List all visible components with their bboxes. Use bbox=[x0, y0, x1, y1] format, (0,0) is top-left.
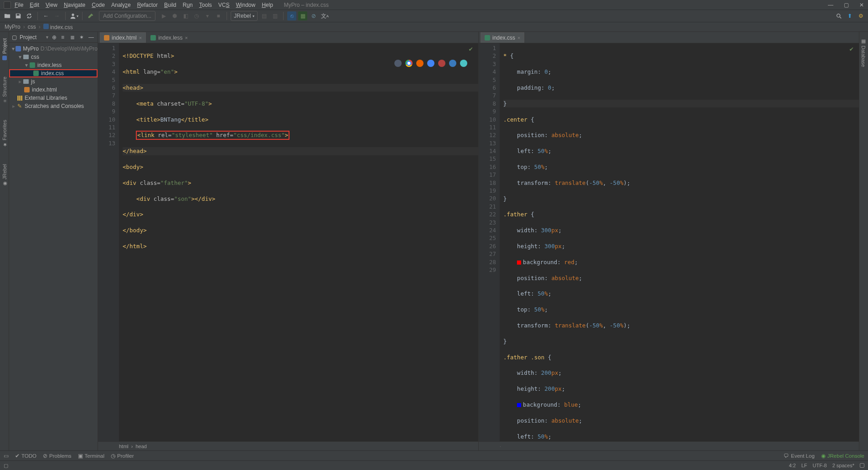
menu-view[interactable]: View bbox=[46, 2, 57, 8]
menu-vcs[interactable]: VCS bbox=[218, 2, 230, 8]
project-tree[interactable]: ▾ MyPro D:\Develop\Web\MyPro ▾ css ▾ ind… bbox=[9, 43, 98, 112]
tab-index-less[interactable]: index.less × bbox=[146, 32, 192, 43]
profile-icon[interactable]: ◷ bbox=[192, 11, 201, 20]
analysis-ok-icon[interactable]: ✔ bbox=[469, 45, 473, 53]
search-icon[interactable] bbox=[834, 11, 843, 20]
coverage-icon[interactable]: ◧ bbox=[181, 11, 190, 20]
tree-root[interactable]: ▾ MyPro D:\Develop\Web\MyPro bbox=[9, 45, 98, 53]
toolbox-icon[interactable]: ▦ bbox=[298, 11, 307, 20]
back-icon[interactable]: ← bbox=[41, 11, 51, 20]
tree-folder-css[interactable]: ▾ css bbox=[9, 53, 98, 61]
status-square-icon[interactable]: ▢ bbox=[4, 463, 8, 469]
hammer-icon[interactable] bbox=[86, 11, 95, 20]
caret-position[interactable]: 4:2 bbox=[789, 463, 796, 468]
translate-icon[interactable]: 文A bbox=[320, 11, 329, 20]
tree-external-libraries[interactable]: External Libraries bbox=[9, 94, 98, 102]
git-toolbox-icon[interactable]: ⎋ bbox=[287, 11, 296, 20]
tool-event-log[interactable]: 🗩 Event Log bbox=[784, 453, 815, 459]
jrebel-debug-icon[interactable]: ▥ bbox=[270, 11, 279, 20]
tool-profiler[interactable]: ◷ Profiler bbox=[111, 453, 134, 459]
menu-window[interactable]: Window bbox=[236, 2, 255, 8]
tool-hide-icon[interactable]: ▭ bbox=[4, 453, 9, 459]
attach-icon[interactable]: ▾ bbox=[203, 11, 212, 20]
save-icon[interactable] bbox=[14, 11, 23, 20]
crumb-folder[interactable]: css bbox=[28, 24, 36, 30]
open-icon[interactable] bbox=[3, 11, 12, 20]
safari-icon[interactable] bbox=[427, 60, 434, 67]
debug-icon[interactable]: ⬢ bbox=[170, 11, 179, 20]
edge-icon[interactable] bbox=[460, 60, 467, 67]
tool-jrebel-console[interactable]: ◉ JRebel Console bbox=[821, 453, 864, 459]
crumb-project[interactable]: MyPro bbox=[5, 24, 21, 30]
code-editor-css[interactable]: 123456789 1011121314151617 1819202122232… bbox=[479, 43, 859, 441]
ide-settings-icon[interactable]: ⚙ bbox=[856, 11, 865, 20]
locate-icon[interactable]: ⊕ bbox=[52, 34, 58, 41]
menu-code[interactable]: Code bbox=[92, 2, 105, 8]
chevron-down-icon[interactable]: ▼ bbox=[45, 35, 49, 40]
tab-structure[interactable]: ⌗ Structure bbox=[2, 74, 7, 106]
tool-terminal[interactable]: ▣ Terminal bbox=[78, 453, 104, 459]
tree-folder-js[interactable]: ▸ js bbox=[9, 77, 98, 86]
tab-index-html[interactable]: index.html × bbox=[100, 32, 146, 43]
opera-icon[interactable] bbox=[438, 60, 445, 67]
close-tab-icon[interactable]: × bbox=[517, 35, 520, 41]
analysis-ok-icon[interactable]: ✔ bbox=[850, 45, 853, 53]
user-icon[interactable]: ▾ bbox=[69, 11, 78, 20]
file-encoding[interactable]: UTF-8 bbox=[813, 463, 827, 468]
indent-settings[interactable]: 2 spaces* bbox=[832, 463, 854, 468]
close-tab-icon[interactable]: × bbox=[185, 35, 188, 41]
lock-icon[interactable] bbox=[860, 463, 864, 468]
firefox-icon[interactable] bbox=[416, 60, 424, 67]
menu-refactor[interactable]: Refactor bbox=[137, 2, 158, 8]
maximize-icon[interactable]: ▢ bbox=[843, 2, 849, 8]
menu-build[interactable]: Build bbox=[164, 2, 176, 8]
menu-run[interactable]: Run bbox=[183, 2, 193, 8]
tab-favorites[interactable]: ★ Favorites bbox=[1, 117, 7, 150]
jrebel-run-icon[interactable]: ▤ bbox=[259, 11, 269, 20]
expand-icon[interactable]: ≡ bbox=[61, 34, 67, 41]
menu-file[interactable]: FFileile bbox=[15, 2, 23, 8]
code-editor-html[interactable]: 1234567 8910111213 <!DOCTYPE html> <html… bbox=[98, 43, 478, 441]
close-icon[interactable]: ✕ bbox=[859, 2, 864, 8]
crumb-file[interactable]: index.css bbox=[43, 24, 73, 31]
tab-database[interactable]: ▦ Database bbox=[861, 36, 867, 70]
sync-icon[interactable] bbox=[25, 11, 34, 20]
project-view-label[interactable]: Project bbox=[20, 34, 42, 41]
builtin-preview-icon[interactable] bbox=[394, 60, 402, 67]
menu-tools[interactable]: Tools bbox=[199, 2, 212, 8]
crumb-html[interactable]: html bbox=[119, 444, 129, 449]
chrome-icon[interactable] bbox=[405, 60, 413, 67]
gear-icon[interactable]: ✶ bbox=[79, 34, 86, 41]
tool-todo[interactable]: ✔ TODO bbox=[15, 453, 36, 459]
menu-edit[interactable]: Edit bbox=[30, 2, 39, 8]
tree-scratches[interactable]: ▸✎ Scratches and Consoles bbox=[9, 102, 98, 110]
tab-jrebel[interactable]: ◉ JRebel bbox=[1, 161, 7, 189]
crumb-head[interactable]: head bbox=[135, 444, 146, 449]
menu-navigate[interactable]: Navigate bbox=[64, 2, 85, 8]
color-swatch-red[interactable] bbox=[517, 261, 521, 265]
run-icon[interactable]: ▶ bbox=[159, 11, 168, 20]
color-swatch-blue[interactable] bbox=[517, 403, 521, 407]
jrebel-dropdown[interactable]: JRebel▾ bbox=[231, 11, 258, 21]
tree-file-index-html[interactable]: index.html bbox=[9, 86, 98, 94]
menu-analyze[interactable]: Analyze bbox=[111, 2, 131, 8]
updates-icon[interactable]: ⬆ bbox=[845, 11, 854, 20]
menu-help[interactable]: Help bbox=[262, 2, 273, 8]
line-separator[interactable]: LF bbox=[801, 463, 807, 468]
open-in-browser-bar bbox=[394, 60, 467, 67]
inspect-icon[interactable]: ⊘ bbox=[309, 11, 318, 20]
hide-icon[interactable]: — bbox=[88, 34, 95, 41]
run-configuration-dropdown[interactable]: Add Configuration... bbox=[99, 11, 155, 21]
tree-file-index-less[interactable]: ▾ index.less bbox=[9, 61, 98, 69]
minimize-icon[interactable]: — bbox=[828, 2, 833, 8]
right-tool-strip: ▦ Database bbox=[859, 32, 868, 450]
ie-icon[interactable] bbox=[449, 60, 456, 67]
collapse-icon[interactable]: ≣ bbox=[70, 34, 77, 41]
forward-icon[interactable]: → bbox=[52, 11, 62, 20]
tab-project[interactable]: Project bbox=[2, 36, 7, 63]
tree-file-index-css[interactable]: index.css bbox=[9, 69, 98, 77]
close-tab-icon[interactable]: × bbox=[139, 35, 142, 41]
tool-problems[interactable]: ⊘ Problems bbox=[43, 453, 72, 459]
tab-index-css[interactable]: index.css × bbox=[480, 32, 524, 43]
stop-icon[interactable]: ■ bbox=[214, 11, 223, 20]
